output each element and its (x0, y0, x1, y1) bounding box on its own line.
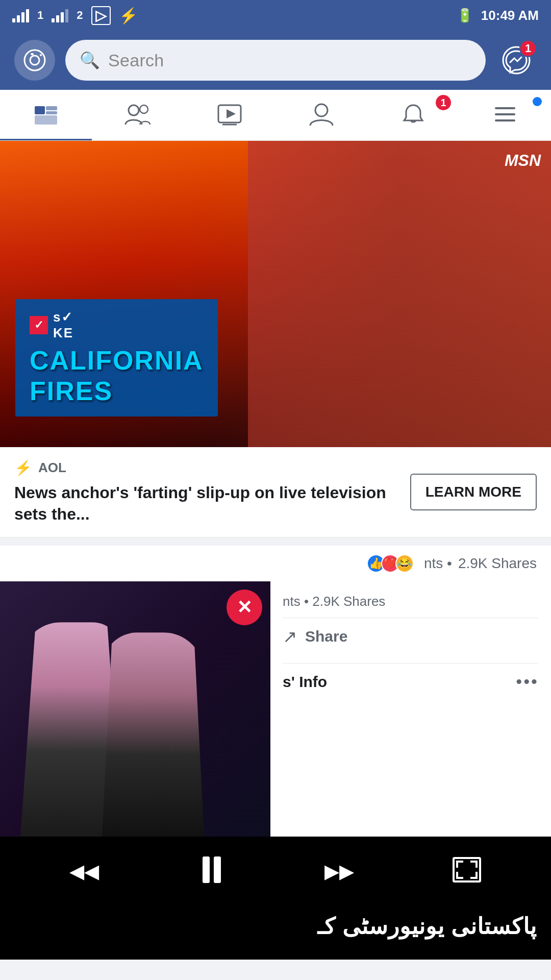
pause-icon (203, 856, 221, 883)
signal-bar (65, 9, 68, 22)
info-row: s' Info ••• (283, 663, 539, 692)
nav-item-watch[interactable] (184, 90, 276, 140)
news-headline-text: CALIFORNIAFIRES (30, 345, 204, 406)
nav-item-profile[interactable] (276, 90, 367, 140)
news-brand-text: s✓KE (53, 309, 73, 341)
share-label: Share (305, 628, 347, 645)
pause-button[interactable] (191, 849, 232, 890)
svg-rect-7 (46, 111, 57, 114)
messenger-badge: 1 (519, 40, 537, 57)
signal-bar (17, 15, 20, 22)
ad-title: News anchor's 'farting' slip-up on live … (14, 482, 400, 525)
video-player-right: nts • 2.9K Shares ↗ Share s' Info ••• (270, 581, 551, 837)
search-placeholder: Search (108, 51, 164, 70)
learn-more-button[interactable]: LEARN MORE (410, 474, 537, 510)
arabic-text: پاکستانی یونیورسٹی کـ (14, 913, 537, 939)
video-close-button[interactable]: ✕ (227, 590, 262, 625)
status-left: 1 2 ▷ ⚡ (12, 6, 138, 25)
svg-point-14 (315, 104, 328, 116)
rewind-button[interactable] (64, 849, 105, 890)
nav-bar: 1 (0, 90, 551, 141)
messenger-button[interactable]: 1 (496, 40, 537, 81)
anchor-area (248, 141, 551, 447)
figure-right (102, 632, 204, 837)
nav-item-home[interactable] (0, 90, 92, 140)
signal-bars-2 (52, 8, 68, 22)
fullscreen-icon (453, 857, 481, 883)
shares-count: 2.9K Shares (458, 555, 537, 572)
menu-icon (493, 102, 517, 127)
screen-record-icon: ▷ (91, 6, 111, 25)
svg-point-9 (129, 105, 139, 115)
post-stats: 👍 ❤️ 😂 nts • 2.9K Shares (0, 546, 551, 581)
svg-rect-6 (46, 106, 57, 110)
bell-icon (401, 102, 425, 127)
news-overlay: ✓ s✓KE CALIFORNIAFIRES (15, 299, 218, 416)
svg-marker-12 (227, 109, 236, 118)
share-action[interactable]: ↗ Share (283, 618, 539, 655)
status-right: 🔋 10:49 AM (457, 8, 539, 23)
pause-bar-left (203, 856, 210, 883)
time-display: 10:49 AM (481, 8, 539, 23)
svg-rect-8 (35, 115, 57, 125)
signal-bar (12, 18, 15, 22)
news-card: ✓ s✓KE CALIFORNIAFIRES MSN ⚡ AOL News an… (0, 141, 551, 537)
ad-content: ⚡ AOL News anchor's 'farting' slip-up on… (14, 459, 400, 525)
home-icon (33, 102, 59, 127)
ad-source-name: AOL (38, 460, 66, 476)
svg-rect-5 (35, 106, 45, 114)
signal-bar (52, 18, 55, 22)
friends-icon (123, 102, 152, 127)
search-icon: 🔍 (80, 51, 100, 70)
rewind-icon (69, 856, 99, 884)
forward-button[interactable] (319, 849, 360, 890)
comments-text: nts • (424, 555, 452, 572)
video-thumbnail[interactable]: ✓ s✓KE CALIFORNIAFIRES MSN (0, 141, 551, 447)
fullscreen-button[interactable] (446, 849, 487, 890)
search-bar[interactable]: 🔍 Search (65, 40, 486, 81)
post-comments-text: nts • 2.9K Shares (283, 594, 539, 609)
checkmark-box: ✓ (30, 316, 48, 334)
camera-icon (23, 49, 46, 71)
signal-bar (61, 12, 64, 22)
reaction-emojis: 👍 ❤️ 😂 (367, 554, 414, 573)
signal-bar (56, 15, 59, 22)
haha-emoji: 😂 (395, 554, 414, 573)
header: 🔍 Search 1 (0, 31, 551, 90)
network-label-1: 1 (37, 9, 43, 22)
news-brand-line: ✓ s✓KE (30, 309, 204, 341)
info-label: s' Info (283, 673, 327, 691)
svg-point-10 (140, 105, 148, 113)
forward-icon (324, 856, 354, 884)
signal-bars-1 (12, 8, 29, 22)
nav-item-notifications[interactable]: 1 (367, 90, 459, 140)
nav-item-menu[interactable] (459, 90, 551, 140)
menu-dot (533, 97, 542, 106)
svg-point-3 (40, 54, 42, 56)
lightning-icon: ⚡ (14, 459, 32, 476)
svg-point-1 (30, 56, 39, 65)
usb-icon: ⚡ (119, 7, 138, 24)
signal-bar (21, 12, 24, 22)
network-label-2: 2 (77, 9, 83, 22)
video-player-left[interactable]: ✕ (0, 581, 270, 837)
svg-rect-2 (31, 53, 34, 55)
battery-icon: 🔋 (457, 8, 473, 23)
svg-point-0 (24, 50, 45, 70)
ad-source: ⚡ AOL (14, 459, 400, 476)
bottom-text-area: پاکستانی یونیورسٹی کـ (0, 903, 551, 960)
profile-icon (308, 102, 335, 127)
video-controls (0, 837, 551, 903)
nav-item-friends[interactable] (92, 90, 184, 140)
share-icon: ↗ (283, 626, 297, 647)
status-bar: 1 2 ▷ ⚡ 🔋 10:49 AM (0, 0, 551, 31)
more-options-button[interactable]: ••• (516, 672, 539, 692)
video-player-section: ✕ nts • 2.9K Shares ↗ Share s' Info ••• (0, 581, 551, 903)
notifications-badge: 1 (436, 95, 451, 110)
ad-section: ⚡ AOL News anchor's 'farting' slip-up on… (0, 447, 551, 537)
watch-icon (216, 102, 243, 127)
msn-logo: MSN (505, 151, 541, 170)
video-player-content: ✕ nts • 2.9K Shares ↗ Share s' Info ••• (0, 581, 551, 837)
camera-button[interactable] (14, 40, 55, 81)
pause-bar-right (214, 856, 221, 883)
